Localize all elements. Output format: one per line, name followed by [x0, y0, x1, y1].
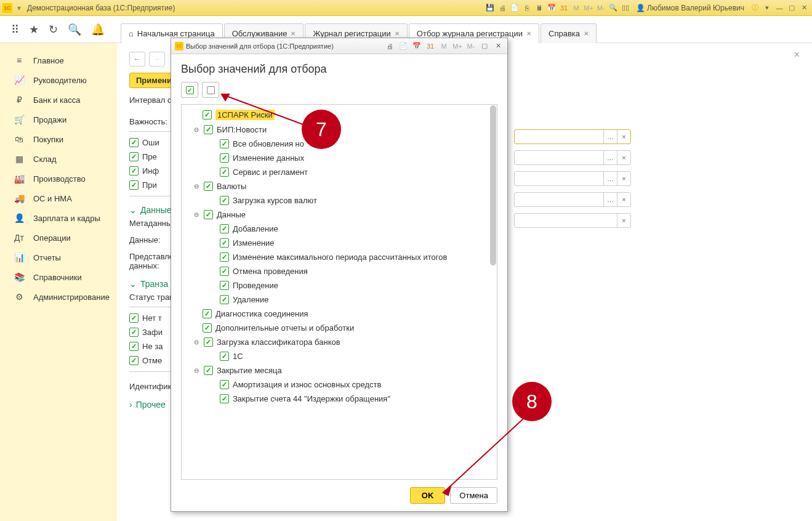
checkbox-icon[interactable]: ✓: [204, 182, 213, 191]
calendar31-icon[interactable]: 31: [425, 42, 436, 50]
checkbox-icon[interactable]: ✓: [220, 224, 229, 233]
checkbox-icon[interactable]: ✓: [220, 380, 229, 389]
expand-icon[interactable]: ⊖: [193, 126, 200, 133]
checkbox-icon[interactable]: ✓: [220, 238, 229, 248]
doc-icon[interactable]: 📄: [398, 42, 409, 50]
print-icon[interactable]: 🖨: [497, 2, 508, 14]
sidebar-item[interactable]: 🛒Продажи: [0, 110, 117, 129]
panels-icon[interactable]: ▯▯: [620, 2, 631, 14]
checkbox-icon[interactable]: ✓: [220, 168, 229, 177]
expand-icon[interactable]: ⊖: [193, 183, 200, 190]
field-5[interactable]: ×: [514, 213, 631, 228]
sidebar-item[interactable]: 🏭Производство: [0, 169, 117, 188]
user-label[interactable]: 👤Любимов Валерий Юрьевич: [636, 4, 744, 12]
checkbox-icon[interactable]: ✓: [220, 352, 229, 361]
tree-item[interactable]: ✓Проведение: [182, 278, 497, 293]
clear-icon[interactable]: ×: [617, 172, 630, 185]
clear-icon[interactable]: ×: [617, 151, 630, 164]
dropdown-icon[interactable]: ▾: [15, 4, 23, 12]
close-icon[interactable]: ✕: [798, 2, 810, 14]
sidebar-item[interactable]: ≡Главное: [0, 50, 117, 70]
sidebar-item[interactable]: 🛍Покупки: [0, 129, 117, 149]
checkbox-icon[interactable]: ✓: [220, 153, 229, 163]
expand-icon[interactable]: ⊖: [193, 367, 200, 374]
apps-icon[interactable]: ⠿: [11, 23, 19, 36]
tree-item[interactable]: ✓Изменение: [182, 236, 497, 250]
close-icon[interactable]: ✕: [492, 42, 504, 50]
bell-icon[interactable]: 🔔: [91, 23, 105, 36]
tree-item[interactable]: ✓Диагностика соединения: [182, 307, 497, 321]
tree-item[interactable]: ✓Амортизация и износ основных средств: [182, 378, 497, 392]
checkbox-icon[interactable]: ✓: [220, 295, 229, 304]
ellipsis-icon[interactable]: …: [603, 172, 617, 185]
field-2[interactable]: …×: [514, 150, 631, 165]
ellipsis-icon[interactable]: …: [603, 193, 617, 206]
m-icon[interactable]: M: [438, 42, 449, 50]
print-icon[interactable]: 🖨: [384, 42, 395, 50]
checkbox-icon[interactable]: ✓: [220, 281, 229, 290]
checkbox-icon[interactable]: ✓: [204, 210, 213, 219]
maximize-icon[interactable]: ▢: [479, 42, 490, 50]
maximize-icon[interactable]: ▢: [786, 2, 797, 14]
calendar-icon[interactable]: 📅: [411, 42, 422, 50]
field-events[interactable]: …×: [514, 129, 631, 144]
tab-close-icon[interactable]: ✕: [291, 30, 295, 37]
tree-item[interactable]: ✓Дополнительные отчеты и обработки: [182, 321, 497, 335]
clear-icon[interactable]: ×: [617, 214, 630, 227]
ellipsis-icon[interactable]: …: [603, 130, 617, 143]
tree-item[interactable]: ✓Изменение максимального периода рассчит…: [182, 250, 497, 264]
check-all-button[interactable]: ✓: [181, 82, 198, 98]
search-icon[interactable]: 🔍: [68, 23, 81, 36]
sidebar-item[interactable]: 📈Руководителю: [0, 70, 117, 90]
doc-icon[interactable]: 📄: [509, 2, 520, 14]
expand-icon[interactable]: ⊖: [193, 339, 200, 345]
tree-item[interactable]: ⊖✓Данные: [182, 208, 497, 222]
checkbox-icon[interactable]: ✓: [204, 337, 213, 347]
ellipsis-icon[interactable]: …: [603, 151, 617, 164]
checkbox-icon[interactable]: ✓: [129, 152, 139, 161]
tree-item[interactable]: ✓Отмена проведения: [182, 264, 497, 278]
calendar31-icon[interactable]: 31: [558, 2, 569, 14]
star-icon[interactable]: ★: [29, 23, 39, 36]
tree-item[interactable]: ✓1С: [182, 349, 497, 363]
tree-item[interactable]: ⊖✓Валюты: [182, 179, 497, 193]
checkbox-icon[interactable]: ✓: [220, 139, 229, 148]
tree-item[interactable]: ✓Изменение данных: [182, 151, 497, 165]
sidebar-item[interactable]: 👤Зарплата и кадры: [0, 208, 117, 228]
checkbox-icon[interactable]: ✓: [129, 328, 139, 337]
history-icon[interactable]: ↻: [49, 23, 58, 36]
clear-icon[interactable]: ×: [617, 130, 630, 143]
checkbox-icon[interactable]: ✓: [129, 138, 139, 147]
tab-close-icon[interactable]: ✕: [526, 30, 531, 37]
m-icon[interactable]: M: [571, 2, 582, 14]
checkbox-icon[interactable]: ✓: [129, 342, 139, 351]
tree-item[interactable]: ✓Закрытие счета 44 "Издержки обращения": [182, 392, 497, 406]
sidebar-item[interactable]: ▦Склад: [0, 149, 117, 169]
m-plus-icon[interactable]: M+: [583, 2, 594, 14]
info-dropdown-icon[interactable]: ▾: [762, 2, 773, 14]
checkbox-icon[interactable]: ✓: [129, 166, 139, 176]
compare-icon[interactable]: ⎘: [521, 2, 533, 14]
zoom-icon[interactable]: 🔍: [608, 2, 619, 14]
tab[interactable]: Справка✕: [541, 23, 597, 43]
checkbox-icon[interactable]: ✓: [220, 252, 229, 262]
content-close-icon[interactable]: ×: [794, 49, 800, 60]
tree-item[interactable]: ✓Все обновления но: [182, 137, 497, 151]
nav-back-button[interactable]: ←: [129, 52, 145, 67]
tree-item[interactable]: ✓Сервис и регламент: [182, 165, 497, 179]
sidebar-item[interactable]: 📚Справочники: [0, 267, 117, 287]
checkbox-icon[interactable]: ✓: [220, 394, 229, 403]
field-4[interactable]: …×: [514, 192, 631, 207]
m-minus-icon[interactable]: M-: [465, 42, 476, 50]
checkbox-icon[interactable]: ✓: [203, 110, 212, 119]
sidebar-item[interactable]: 🚚ОС и НМА: [0, 188, 117, 208]
calc-icon[interactable]: 🖩: [534, 2, 545, 14]
scrollbar[interactable]: [490, 105, 496, 265]
m-minus-icon[interactable]: M-: [595, 2, 606, 14]
sidebar-item[interactable]: ⚙Администрирование: [0, 287, 117, 307]
nav-forward-button[interactable]: →: [149, 52, 165, 67]
checkbox-icon[interactable]: ✓: [220, 196, 229, 205]
tree-item[interactable]: ⊖✓Загрузка классификатора банков: [182, 335, 497, 349]
clear-icon[interactable]: ×: [617, 193, 630, 206]
checkbox-icon[interactable]: ✓: [129, 180, 139, 190]
